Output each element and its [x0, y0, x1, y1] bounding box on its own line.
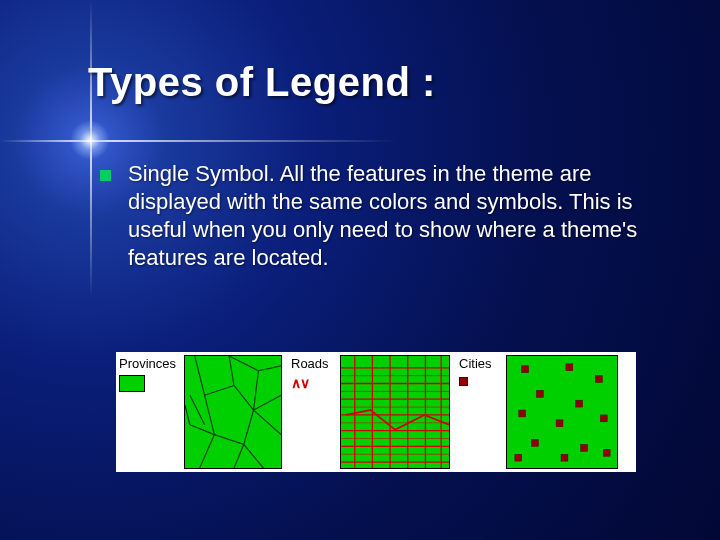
roads-label: Roads	[291, 356, 337, 371]
svg-rect-41	[576, 400, 583, 407]
svg-line-6	[244, 410, 254, 444]
svg-rect-45	[532, 440, 539, 447]
svg-line-13	[258, 366, 281, 371]
provinces-swatch	[119, 375, 145, 392]
roads-label-col: Roads ∧∨	[288, 352, 340, 472]
legend-strip: Provinces Roads ∧∨	[116, 352, 636, 472]
provinces-label: Provinces	[119, 356, 181, 371]
svg-line-15	[185, 405, 190, 425]
lens-flare-horizontal	[0, 140, 720, 142]
svg-rect-42	[519, 410, 526, 417]
roads-swatch-icon: ∧∨	[291, 375, 337, 391]
svg-line-4	[234, 385, 254, 410]
cities-pattern-icon	[507, 356, 617, 468]
svg-line-8	[205, 395, 215, 434]
svg-rect-46	[581, 444, 588, 451]
svg-line-16	[190, 425, 214, 435]
svg-line-2	[205, 385, 234, 395]
svg-rect-48	[603, 449, 610, 456]
svg-line-3	[229, 356, 234, 385]
svg-line-11	[254, 410, 281, 435]
svg-rect-37	[522, 366, 529, 373]
cities-swatch-icon	[459, 377, 468, 386]
svg-line-1	[190, 395, 205, 424]
svg-line-14	[254, 371, 259, 410]
svg-line-10	[200, 435, 215, 468]
roads-pattern-icon	[341, 356, 449, 468]
svg-line-17	[234, 444, 244, 468]
svg-line-9	[244, 444, 264, 468]
svg-rect-38	[566, 364, 573, 371]
svg-rect-43	[556, 420, 563, 427]
provinces-panel	[184, 355, 282, 469]
svg-rect-40	[536, 390, 543, 397]
svg-rect-44	[600, 415, 607, 422]
bullet-icon	[100, 170, 111, 181]
svg-rect-49	[515, 454, 522, 461]
lens-flare-core	[70, 120, 110, 160]
slide-title: Types of Legend :	[88, 60, 436, 105]
provinces-pattern-icon	[185, 356, 281, 468]
svg-line-12	[229, 356, 258, 371]
svg-line-5	[254, 395, 281, 410]
svg-rect-47	[561, 454, 568, 461]
svg-rect-39	[595, 376, 602, 383]
svg-line-7	[214, 435, 243, 445]
cities-panel	[506, 355, 618, 469]
roads-panel	[340, 355, 450, 469]
cities-label-col: Cities	[456, 352, 506, 472]
bullet-text: Single Symbol. All the features in the t…	[128, 160, 658, 273]
provinces-label-col: Provinces	[116, 352, 184, 472]
cities-label: Cities	[459, 356, 503, 371]
svg-line-0	[195, 356, 205, 395]
